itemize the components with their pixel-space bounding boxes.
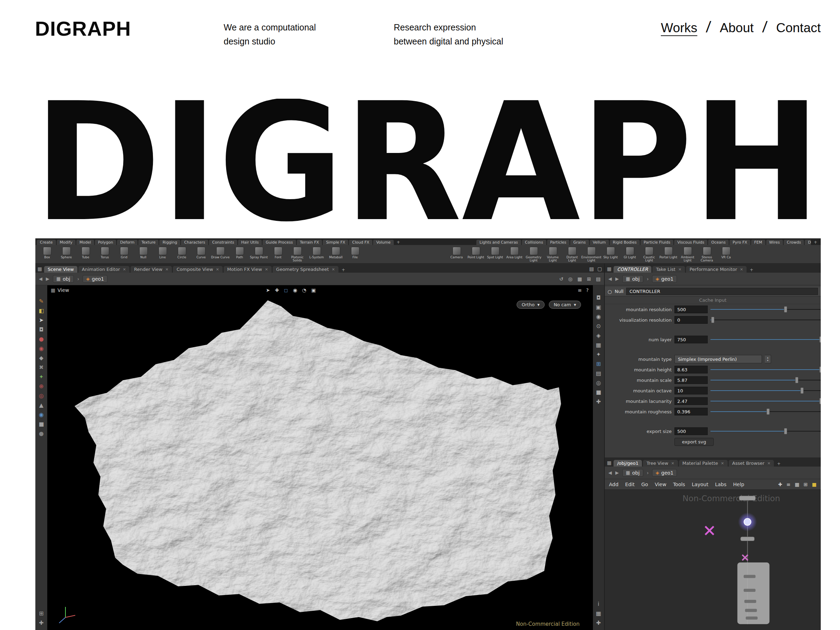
display-option-icon[interactable]: ✚ <box>596 620 601 626</box>
shelf-tab[interactable]: Rigid Bodies <box>610 240 640 245</box>
shelf-tab[interactable]: Polygon <box>95 240 116 245</box>
shelf-tab[interactable]: Cloud FX <box>349 240 373 245</box>
display-option-icon[interactable]: ▤ <box>596 371 601 376</box>
viewport-tool-icon[interactable]: ◎ <box>39 393 44 399</box>
forward-icon[interactable]: ▶ <box>615 276 619 281</box>
pane-tab[interactable]: Render View × <box>131 266 172 273</box>
parameter-slider[interactable] <box>711 376 821 384</box>
add-pane-tab-button[interactable]: + <box>775 461 783 467</box>
pane-tab[interactable]: Motion FX View × <box>224 266 272 273</box>
shelf-tool[interactable]: Null <box>134 246 153 262</box>
node-name-field[interactable]: CONTROLLER <box>626 288 818 295</box>
back-icon[interactable]: ◀ <box>39 276 43 281</box>
shelf-tool[interactable]: Sphere <box>57 246 76 262</box>
parameter-value-field[interactable]: 750 <box>674 336 708 343</box>
shelf-tool[interactable]: Environment Light <box>582 246 601 262</box>
shelf-tool[interactable]: Torus <box>95 246 114 262</box>
forward-icon[interactable]: ▶ <box>615 470 619 475</box>
viewport-tool-icon[interactable]: ➤ <box>39 317 43 323</box>
pane-menu-icon[interactable]: ▦ <box>607 460 611 465</box>
display-option-icon[interactable]: ◘ <box>597 295 601 301</box>
viewport-tool-icon[interactable]: ✖ <box>39 365 43 370</box>
shelf-tool[interactable]: Font <box>268 246 288 262</box>
viewport-tool-icon[interactable]: ◆ <box>39 355 43 361</box>
parameter-slider[interactable] <box>711 387 821 395</box>
network-menu-icon[interactable]: ■ <box>812 482 816 487</box>
viewport-tool-icon[interactable]: ✦ <box>39 374 43 380</box>
network-menu-item[interactable]: Help <box>733 482 744 487</box>
shelf-tab[interactable]: Oceans <box>708 240 729 245</box>
shelf-tool[interactable]: Circle <box>172 246 191 262</box>
close-icon[interactable]: × <box>740 266 743 273</box>
shelf-tool[interactable]: Ambient Light <box>678 246 697 262</box>
display-option-icon[interactable]: ▣ <box>596 305 601 310</box>
close-icon[interactable]: × <box>123 266 126 273</box>
nav-contact[interactable]: Contact <box>776 21 821 35</box>
viewport-mode-icon[interactable]: ◻ <box>284 288 288 293</box>
parameter-slider[interactable] <box>711 316 821 324</box>
shelf-tool[interactable]: Curve <box>191 246 211 262</box>
path-obj-chip[interactable]: ▦ obj <box>622 275 643 283</box>
shelf-tab[interactable]: Volume <box>373 240 394 245</box>
shelf-tab[interactable]: Pyro FX <box>729 240 750 245</box>
slider-handle[interactable] <box>784 428 787 434</box>
shelf-tab[interactable]: Terrain FX <box>297 240 322 245</box>
forward-icon[interactable]: ▶ <box>46 276 49 281</box>
display-option-icon[interactable]: ■ <box>596 390 601 395</box>
path-bar-icon[interactable]: ↺ <box>559 276 564 281</box>
pane-tab[interactable]: Animation Editor × <box>78 266 129 273</box>
shelf-tool[interactable]: Spray Paint <box>249 246 268 262</box>
network-menu-item[interactable]: Labs <box>715 482 726 487</box>
pane-tab[interactable]: Tree View × <box>643 460 677 467</box>
slider-handle[interactable] <box>801 387 804 394</box>
pane-control-icon[interactable]: ▢ <box>597 266 602 271</box>
tab-network-obj-geo1[interactable]: /obj/geo1 <box>614 460 642 467</box>
shelf-tab[interactable]: Vellum <box>590 240 609 245</box>
shelf-tool[interactable]: GI Light <box>620 246 639 262</box>
network-menu-item[interactable]: View <box>655 482 666 487</box>
shelf-tab[interactable]: Crowds <box>784 240 804 245</box>
parameter-slider[interactable] <box>711 427 821 435</box>
shelf-tool[interactable]: Portal Light <box>659 246 678 262</box>
shelf-tab[interactable]: Grains <box>570 240 589 245</box>
viewport-option-icon[interactable]: ≡ <box>578 288 582 293</box>
pane-tab[interactable]: Composite View × <box>173 266 223 273</box>
display-option-icon[interactable]: ▦ <box>596 342 601 348</box>
slider-handle[interactable] <box>819 336 821 343</box>
close-icon[interactable]: × <box>767 460 771 467</box>
shelf-tab[interactable]: Simple FX <box>323 240 348 245</box>
shelf-tab[interactable]: Model <box>76 240 94 245</box>
shelf-tool[interactable]: Caustic Light <box>639 246 659 262</box>
shelf-tool[interactable]: Metaball <box>326 246 346 262</box>
network-menu-icon[interactable]: ✚ <box>778 482 782 487</box>
shelf-tab[interactable]: Constraints <box>209 240 237 245</box>
pane-control-icon[interactable]: ▤ <box>589 266 594 271</box>
pane-tab[interactable]: Material Palette × <box>679 460 728 467</box>
shelf-tool[interactable]: Stereo Camera <box>697 246 717 262</box>
close-icon[interactable]: × <box>671 460 674 467</box>
viewport-tool-icon[interactable]: ● <box>39 431 44 436</box>
display-option-icon[interactable]: ⊙ <box>596 324 601 329</box>
parameter-value-field[interactable]: 10 <box>674 387 708 395</box>
shelf-tool[interactable]: Area Light <box>505 246 524 262</box>
path-obj-chip[interactable]: ▦ obj <box>53 275 74 283</box>
shelf-tab[interactable]: Lights and Cameras <box>476 240 521 245</box>
ortho-dropdown[interactable]: Ortho ▾ <box>516 301 544 309</box>
viewport-mode-icon[interactable]: ▣ <box>311 288 316 293</box>
camera-dropdown[interactable]: No cam ▾ <box>549 301 581 309</box>
shelf-tool[interactable]: Spot Light <box>485 246 505 262</box>
shelf-tool[interactable]: Grid <box>114 246 134 262</box>
pane-tab[interactable]: Asset Browser × <box>729 460 774 467</box>
shelf-tool[interactable]: Volume Light <box>543 246 562 262</box>
shelf-tool[interactable]: File <box>346 246 365 262</box>
slider-handle[interactable] <box>766 409 770 415</box>
view-menu[interactable]: ▦ View <box>51 287 69 293</box>
shelf-tab[interactable]: Modify <box>57 240 76 245</box>
shelf-tab[interactable]: Hair Utils <box>238 240 262 245</box>
close-icon[interactable]: × <box>332 266 335 273</box>
parameter-value-field[interactable]: 0.396 <box>674 408 708 415</box>
dropdown-spinner[interactable]: ▴ ▾ <box>765 355 771 363</box>
viewport-tool-icon[interactable]: ✚ <box>39 620 43 626</box>
network-editor[interactable]: Non-Commercial Edition <box>605 489 821 630</box>
shelf-tab[interactable]: FEM <box>751 240 766 245</box>
